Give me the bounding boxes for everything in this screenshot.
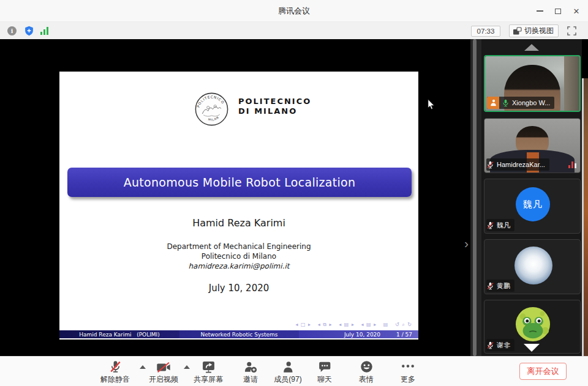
shared-screen-area: POLITECNICO MILANO POLITECNICO DI MILANO… xyxy=(0,39,588,356)
chat-icon xyxy=(318,361,331,373)
participant-tile-hamidreza[interactable]: HamidrezaKar... xyxy=(484,118,581,173)
avatar-image xyxy=(515,306,551,342)
mic-muted-icon xyxy=(486,221,494,229)
maximize-icon xyxy=(555,9,561,14)
slide-title-banner: Autonomous Mobile Robot Localization xyxy=(67,168,412,197)
participant-name: 黄鹏 xyxy=(497,281,510,291)
footer-date: July 10, 2020 xyxy=(344,332,380,338)
slide-title: Autonomous Mobile Robot Localization xyxy=(124,176,356,189)
switch-view-icon xyxy=(513,27,522,35)
switch-view-label: 切换视图 xyxy=(524,26,554,36)
start-video-button[interactable]: 开启视频 xyxy=(149,359,178,385)
meeting-controlbar: 解除静音 开启视频 共享屏幕 邀请 成员(97) 聊天 表情 更多 离开会议 xyxy=(0,356,588,386)
participant-tile-huangpeng[interactable]: 黄鹏 xyxy=(484,239,581,294)
close-button[interactable]: ✕ xyxy=(568,4,585,18)
minimize-button[interactable] xyxy=(531,4,548,18)
participant-name: 魏凡 xyxy=(497,221,510,230)
share-screen-button[interactable]: 共享屏幕 xyxy=(194,359,223,385)
avatar-image xyxy=(514,247,552,284)
participant-name-bar: 黄鹏 xyxy=(486,280,514,292)
network-signal-icon[interactable] xyxy=(40,26,50,35)
camera-muted-icon xyxy=(156,362,171,373)
unmute-button[interactable]: 解除静音 xyxy=(100,359,130,385)
audio-options-caret[interactable] xyxy=(140,365,146,369)
switch-view-button[interactable]: 切换视图 xyxy=(509,24,559,37)
window-titlebar: 腾讯会议 ✕ xyxy=(0,0,588,22)
meeting-timer: 07:33 xyxy=(471,26,500,37)
fullscreen-button[interactable] xyxy=(566,26,577,35)
participants-panel: Xiongbo W... HamidrezaKar... 魏凡 xyxy=(481,39,582,356)
host-badge-icon xyxy=(487,97,499,109)
share-screen-icon xyxy=(202,361,216,373)
mic-muted-icon xyxy=(486,341,494,349)
footer-author: Hamid Reza Karimi (POLIMI) xyxy=(79,332,160,338)
slide-email: hamidreza.karimi@polimi.it xyxy=(59,262,418,270)
members-button[interactable]: 成员(97) xyxy=(274,359,301,385)
smiley-icon xyxy=(360,360,373,373)
participant-name-bar: 谢非 xyxy=(486,339,514,351)
window-title: 腾讯会议 xyxy=(0,0,588,22)
chat-button[interactable]: 聊天 xyxy=(317,359,332,385)
participant-name: HamidrezaKar... xyxy=(497,161,545,168)
members-icon xyxy=(281,361,295,373)
mic-muted-icon xyxy=(486,282,494,290)
polimi-wordmark: POLITECNICO DI MILANO xyxy=(238,97,311,116)
reactions-button[interactable]: 表情 xyxy=(359,359,374,385)
mic-muted-icon xyxy=(486,161,494,169)
video-options-caret[interactable] xyxy=(184,365,190,369)
slide-department: Department of Mechanical Engineering xyxy=(59,242,418,251)
scroll-down-button[interactable] xyxy=(524,344,540,352)
panel-scrollbar[interactable] xyxy=(473,39,477,356)
leave-meeting-button[interactable]: 离开会议 xyxy=(519,363,567,380)
participant-name-bar: 魏凡 xyxy=(486,219,514,231)
maximize-button[interactable] xyxy=(549,4,567,18)
participant-name-bar: Xiongbo W... xyxy=(487,97,554,109)
invite-icon xyxy=(244,361,257,373)
minimize-icon xyxy=(537,10,543,12)
mic-muted-icon xyxy=(109,360,122,373)
presentation-stage: POLITECNICO MILANO POLITECNICO DI MILANO… xyxy=(0,39,470,356)
poor-signal-icon xyxy=(568,161,576,168)
invite-button[interactable]: 邀请 xyxy=(243,359,258,385)
participant-name: 谢非 xyxy=(497,341,510,350)
scroll-up-button[interactable] xyxy=(524,44,539,51)
panel-expand-chevron[interactable]: › xyxy=(464,237,469,250)
mouse-cursor xyxy=(428,99,435,110)
slide-affiliation: Politecnico di Milano xyxy=(59,252,418,261)
avatar-initials: 魏凡 xyxy=(516,187,550,221)
mic-on-icon xyxy=(502,99,510,107)
presentation-slide: POLITECNICO MILANO POLITECNICO DI MILANO… xyxy=(59,72,418,340)
desktop-background-strip xyxy=(584,78,588,386)
participant-name: Xiongbo W... xyxy=(512,99,550,106)
panel-divider xyxy=(470,39,481,356)
participant-tile-xiongbo[interactable]: Xiongbo W... xyxy=(484,55,581,112)
footer-page-number: 1 / 57 xyxy=(396,332,412,338)
participant-tile-weifan[interactable]: 魏凡 魏凡 xyxy=(484,179,581,234)
slide-author: Hamid Reza Karimi xyxy=(59,217,418,229)
footer-series: Networked Robotic Systems xyxy=(200,332,277,338)
fullscreen-icon xyxy=(567,26,576,35)
slide-date: July 10, 2020 xyxy=(59,283,418,294)
close-icon: ✕ xyxy=(573,7,580,16)
meeting-info-icon[interactable]: i xyxy=(7,26,17,35)
beamer-nav-symbols: ◂ □ ▸ ◂ ⧉ ▸ ◂ ▤ ▸ ◂ ▤ ▸ ▤ ↺ ⌕ ↻ xyxy=(295,322,412,328)
polimi-seal-logo: POLITECNICO MILANO xyxy=(194,92,229,127)
more-dots-icon xyxy=(401,364,415,368)
slide-footer: Hamid Reza Karimi (POLIMI) Networked Rob… xyxy=(59,330,418,338)
more-button[interactable]: 更多 xyxy=(401,359,415,385)
security-shield-icon[interactable] xyxy=(24,26,34,36)
participant-name-bar: HamidrezaKar... xyxy=(486,158,549,171)
